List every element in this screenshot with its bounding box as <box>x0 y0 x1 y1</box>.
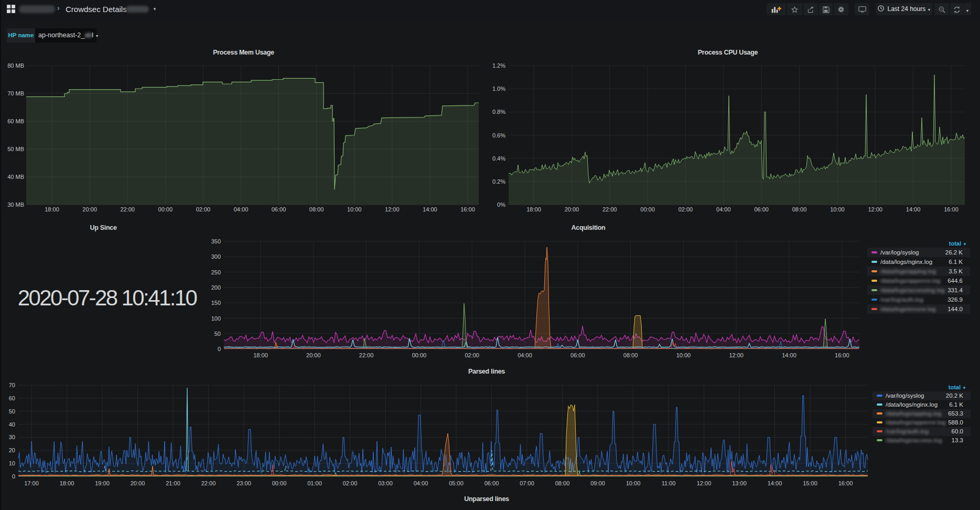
svg-text:30: 30 <box>9 434 15 440</box>
svg-text:05:00: 05:00 <box>449 480 464 486</box>
svg-text:18:00: 18:00 <box>253 352 268 358</box>
svg-text:80 MB: 80 MB <box>7 62 24 69</box>
svg-text:14:00: 14:00 <box>906 206 921 212</box>
svg-text:08:00: 08:00 <box>792 206 807 212</box>
svg-text:06:00: 06:00 <box>484 480 499 486</box>
svg-text:60 MB: 60 MB <box>7 118 24 124</box>
svg-text:50 MB: 50 MB <box>7 146 24 152</box>
svg-text:0%: 0% <box>497 201 505 208</box>
svg-text:22:00: 22:00 <box>201 480 216 486</box>
svg-text:50: 50 <box>9 408 15 415</box>
svg-text:14:00: 14:00 <box>782 352 796 358</box>
svg-text:08:00: 08:00 <box>623 352 638 358</box>
svg-text:11:00: 11:00 <box>662 480 676 486</box>
svg-text:17:00: 17:00 <box>24 480 39 486</box>
svg-text:18:00: 18:00 <box>526 206 541 212</box>
svg-text:60: 60 <box>9 395 15 401</box>
svg-text:16:00: 16:00 <box>944 206 959 212</box>
svg-text:09:00: 09:00 <box>590 480 605 486</box>
svg-text:14:00: 14:00 <box>768 480 782 486</box>
svg-text:1.2%: 1.2% <box>492 62 505 69</box>
svg-text:18:00: 18:00 <box>60 480 74 486</box>
svg-text:50: 50 <box>214 331 221 337</box>
svg-text:20: 20 <box>9 447 15 453</box>
svg-text:18:00: 18:00 <box>45 206 59 212</box>
svg-text:0: 0 <box>12 473 15 480</box>
svg-text:15:00: 15:00 <box>803 480 817 486</box>
svg-text:20:00: 20:00 <box>82 206 97 212</box>
svg-text:16:00: 16:00 <box>460 206 475 212</box>
svg-text:40 MB: 40 MB <box>7 174 24 180</box>
svg-text:1.0%: 1.0% <box>492 86 505 92</box>
svg-text:200: 200 <box>211 284 221 291</box>
svg-text:350: 350 <box>211 238 221 245</box>
svg-text:250: 250 <box>211 269 221 275</box>
svg-text:08:00: 08:00 <box>309 206 324 212</box>
svg-text:12:00: 12:00 <box>729 352 744 358</box>
svg-text:00:00: 00:00 <box>412 352 427 358</box>
svg-text:0.2%: 0.2% <box>492 178 505 185</box>
svg-text:14:00: 14:00 <box>423 206 437 212</box>
svg-text:23:00: 23:00 <box>236 480 251 486</box>
svg-text:02:00: 02:00 <box>196 206 211 212</box>
svg-text:70 MB: 70 MB <box>7 90 24 97</box>
svg-text:20:00: 20:00 <box>565 206 579 212</box>
svg-text:04:00: 04:00 <box>716 206 731 212</box>
svg-text:01:00: 01:00 <box>307 480 322 486</box>
svg-text:10:00: 10:00 <box>347 206 362 212</box>
svg-text:12:00: 12:00 <box>697 480 712 486</box>
svg-text:22:00: 22:00 <box>120 206 135 212</box>
svg-text:300: 300 <box>211 253 221 260</box>
svg-text:12:00: 12:00 <box>385 206 400 212</box>
svg-text:0.8%: 0.8% <box>492 109 505 115</box>
svg-text:100: 100 <box>211 315 221 322</box>
svg-text:0.6%: 0.6% <box>492 132 505 139</box>
svg-text:02:00: 02:00 <box>679 206 693 212</box>
svg-text:10:00: 10:00 <box>830 206 845 212</box>
svg-text:06:00: 06:00 <box>570 352 585 358</box>
svg-text:0.4%: 0.4% <box>492 155 505 162</box>
svg-text:12:00: 12:00 <box>868 206 882 212</box>
svg-text:04:00: 04:00 <box>234 206 249 212</box>
svg-text:06:00: 06:00 <box>754 206 769 212</box>
svg-text:02:00: 02:00 <box>465 352 479 358</box>
svg-text:30 MB: 30 MB <box>7 201 24 208</box>
svg-text:22:00: 22:00 <box>602 206 617 212</box>
svg-text:03:00: 03:00 <box>378 480 393 486</box>
svg-text:10: 10 <box>9 460 15 466</box>
svg-text:02:00: 02:00 <box>343 480 358 486</box>
svg-text:150: 150 <box>211 300 221 306</box>
svg-text:16:00: 16:00 <box>835 352 849 358</box>
svg-text:00:00: 00:00 <box>272 480 287 486</box>
svg-text:04:00: 04:00 <box>414 480 428 486</box>
svg-text:07:00: 07:00 <box>520 480 534 486</box>
svg-text:00:00: 00:00 <box>640 206 655 212</box>
svg-text:06:00: 06:00 <box>272 206 286 212</box>
svg-text:04:00: 04:00 <box>518 352 532 358</box>
svg-text:20:00: 20:00 <box>306 352 321 358</box>
svg-text:16:00: 16:00 <box>838 480 853 486</box>
svg-text:21:00: 21:00 <box>166 480 180 486</box>
svg-text:0: 0 <box>218 346 221 352</box>
svg-text:20:00: 20:00 <box>131 480 145 486</box>
svg-text:13:00: 13:00 <box>732 480 747 486</box>
svg-text:00:00: 00:00 <box>158 206 173 212</box>
svg-text:70: 70 <box>9 382 15 388</box>
svg-text:19:00: 19:00 <box>95 480 110 486</box>
svg-text:22:00: 22:00 <box>359 352 374 358</box>
svg-text:40: 40 <box>9 421 15 428</box>
svg-text:10:00: 10:00 <box>676 352 691 358</box>
svg-text:08:00: 08:00 <box>555 480 570 486</box>
svg-text:10:00: 10:00 <box>626 480 641 486</box>
